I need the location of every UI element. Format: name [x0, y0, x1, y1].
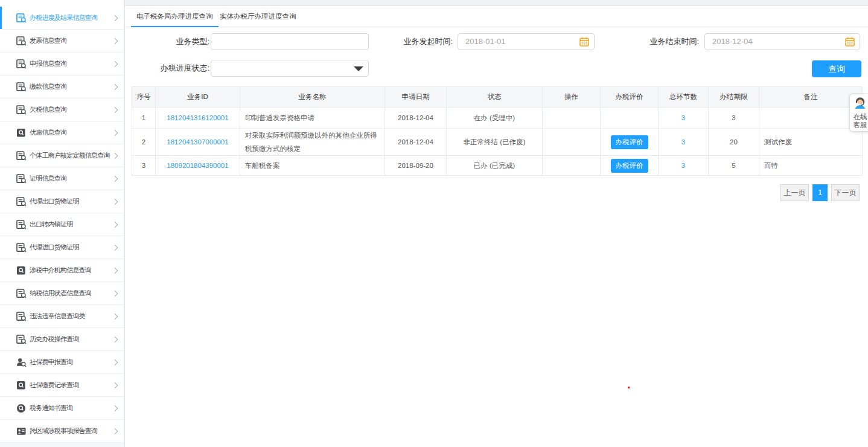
cell-status: 非正常终结 (已作废) [447, 129, 543, 156]
col-header-evaluation: 办税评价 [601, 87, 659, 108]
sidebar-item-export-agency-proof[interactable]: 代理出口货物证明 [0, 190, 124, 213]
sidebar-item-label: 优惠信息查询 [30, 128, 66, 137]
chevron-right-icon [112, 130, 118, 136]
sidebar-item-label: 违法违章信息查询类 [30, 312, 85, 321]
cell-status: 已办 (已完成) [447, 156, 543, 176]
calendar-icon[interactable] [579, 37, 589, 47]
social-insurance-payment-search-icon [16, 381, 27, 390]
chevron-right-icon [112, 176, 118, 182]
cell-status: 在办 (受理中) [447, 108, 543, 129]
online-service-label: 在线 [850, 112, 868, 121]
sidebar-item-label: 出口转内销证明 [30, 220, 72, 229]
business-id-link[interactable]: 1812041307000001 [167, 138, 228, 146]
chevron-right-icon [112, 107, 118, 113]
sidebar-item-label: 社保费申报查询 [30, 358, 72, 367]
red-dot-artifact [628, 387, 630, 388]
col-header-apply-date: 申请日期 [385, 87, 447, 108]
chevron-right-icon [112, 153, 118, 159]
tax-notice-search-icon [16, 404, 27, 413]
online-service-widget[interactable]: 在线 客服 [849, 94, 868, 132]
sidebar-item-label: 代理进口货物证明 [30, 243, 79, 252]
business-id-link[interactable]: 1809201804390001 [167, 162, 228, 169]
cell-apply-date: 2018-12-04 [385, 129, 447, 156]
chevron-right-icon [112, 199, 118, 205]
total-steps-link[interactable]: 3 [681, 114, 685, 121]
tax-agency-search-icon [16, 266, 27, 275]
sidebar-item-declaration-query[interactable]: 申报信息查询 [0, 53, 124, 76]
sidebar-item-individual-quota-query[interactable]: 个体工商户核定定额信息查询 [0, 144, 124, 167]
chevron-right-icon [112, 291, 118, 297]
sidebar-item-invoice-query[interactable]: 发票信息查询 [0, 30, 124, 53]
sidebar-item-label: 纳税信用状态信息查询 [30, 289, 91, 298]
cell-remark [759, 108, 863, 129]
pagination-prev-button[interactable]: 上一页 [780, 184, 809, 201]
chevron-right-icon [112, 405, 118, 411]
progress-table: 序号 业务ID 业务名称 申请日期 状态 操作 办税评价 总环节数 办结期限 备… [132, 86, 863, 176]
sidebar-item-tax-notice-query[interactable]: 税务通知书查询 [0, 397, 124, 420]
sidebar-item-import-agency-proof[interactable]: 代理进口货物证明 [0, 236, 124, 259]
invoice-search-icon [16, 36, 27, 46]
chevron-right-icon [112, 15, 118, 21]
business-type-input[interactable] [211, 33, 369, 50]
col-header-business-name: 业务名称 [240, 87, 385, 108]
end-time-value: 2018-12-04 [712, 34, 753, 50]
chevron-right-icon [112, 84, 118, 90]
table-row: 1 1812041316120001 印制普通发票资格申请 2018-12-04… [132, 108, 863, 129]
sidebar-item-tax-arrears-query[interactable]: 欠税信息查询 [0, 98, 124, 121]
progress-status-select[interactable] [211, 60, 369, 77]
col-header-business-id: 业务ID [156, 87, 240, 108]
cross-region-report-search-icon [16, 426, 27, 436]
sidebar-item-payment-query[interactable]: 缴款信息查询 [0, 76, 124, 98]
sidebar-item-social-insurance-payment-query[interactable]: 社保缴费记录查询 [0, 374, 124, 397]
sidebar-item-label: 税务通知书查询 [30, 404, 72, 413]
chevron-right-icon [112, 61, 118, 67]
top-strip [125, 0, 868, 6]
end-time-label: 业务结束时间: [627, 33, 699, 50]
declaration-search-icon [16, 59, 27, 69]
pagination-current-page[interactable]: 1 [812, 184, 828, 201]
cell-remark: 测试作废 [759, 129, 863, 156]
chevron-right-icon [112, 245, 118, 251]
export-to-domestic-proof-icon [16, 220, 27, 230]
business-id-link[interactable]: 1812041316120001 [167, 114, 228, 121]
cell-deadline: 3 [709, 108, 759, 129]
sidebar-item-tax-credit-query[interactable]: 纳税信用状态信息查询 [0, 282, 124, 305]
cell-remark: 而特 [759, 156, 863, 176]
sidebar-item-label: 办税进度及结果信息查询 [30, 13, 97, 22]
cell-apply-date: 2018-09-20 [385, 156, 447, 176]
tab-etax-progress-query[interactable]: 电子税务局办理进度查询 [131, 6, 219, 27]
chevron-right-icon [112, 38, 118, 44]
calendar-icon[interactable] [845, 37, 855, 47]
sidebar-item-certificate-query[interactable]: 证明信息查询 [0, 167, 124, 190]
sidebar-item-label: 发票信息查询 [30, 36, 66, 45]
sidebar-item-label: 社保缴费记录查询 [30, 381, 79, 390]
evaluate-button[interactable]: 办税评价 [611, 159, 648, 173]
sidebar-item-preference-query[interactable]: 优惠信息查询 [0, 121, 124, 144]
cell-evaluation: 办税评价 [601, 129, 659, 156]
total-steps-link[interactable]: 3 [681, 138, 685, 146]
sidebar-item-social-insurance-declare-query[interactable]: 社保费申报查询 [0, 351, 124, 374]
sidebar-item-tax-agency-query[interactable]: 涉税中介机构信息查询 [0, 259, 124, 282]
sidebar-item-cross-region-report-query[interactable]: 跨区域涉税事项报告查询 [0, 420, 124, 443]
sidebar-item-history-operation-query[interactable]: 历史办税操作查询 [0, 328, 124, 351]
sidebar-item-export-to-domestic-proof[interactable]: 出口转内销证明 [0, 213, 124, 236]
chevron-right-icon [112, 314, 118, 320]
sidebar-item-label: 申报信息查询 [30, 59, 66, 68]
col-header-total-steps: 总环节数 [659, 87, 709, 108]
sidebar-item-tax-progress-result-query[interactable]: 办税进度及结果信息查询 [0, 7, 124, 30]
chevron-right-icon [112, 222, 118, 228]
cell-evaluation [601, 108, 659, 129]
pagination-next-button[interactable]: 下一页 [831, 184, 860, 201]
cell-deadline: 5 [709, 156, 759, 176]
search-button[interactable]: 查询 [812, 60, 861, 77]
col-header-remark: 备注 [759, 87, 863, 108]
chevron-right-icon [112, 336, 118, 342]
tab-hall-progress-query[interactable]: 实体办税厅办理进度查询 [214, 6, 302, 27]
table-row: 2 1812041307000001 对采取实际利润额预缴以外的其他企业所得税预… [132, 129, 863, 156]
sidebar-item-violation-query[interactable]: 违法违章信息查询类 [0, 305, 124, 328]
start-time-input[interactable]: 2018-01-01 [458, 33, 595, 50]
evaluate-button[interactable]: 办税评价 [611, 135, 648, 149]
end-time-input[interactable]: 2018-12-04 [704, 33, 860, 50]
total-steps-link[interactable]: 3 [681, 162, 685, 169]
sidebar-item-label: 跨区域涉税事项报告查询 [30, 426, 97, 436]
